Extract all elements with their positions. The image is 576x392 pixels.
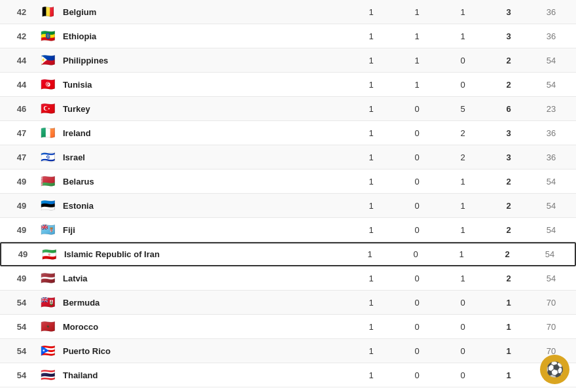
rank-cell: 49	[5, 177, 38, 187]
rank-cell: 49	[5, 225, 38, 235]
country-name: Ireland	[63, 128, 348, 138]
silver-cell: 0	[394, 370, 440, 380]
bronze-cell: 1	[440, 225, 486, 235]
bronze-cell: 1	[440, 274, 486, 283]
points-cell: 36	[531, 31, 571, 41]
rank-cell: 54	[5, 298, 38, 308]
silver-cell: 0	[394, 298, 440, 308]
country-name: Thailand	[63, 370, 348, 380]
gold-cell: 1	[348, 80, 394, 90]
silver-cell: 0	[393, 249, 439, 259]
table-row: 54 🇧🇲 Bermuda 1 0 0 1 70	[0, 291, 576, 315]
rank-cell: 49	[5, 201, 38, 211]
rank-cell: 54	[5, 346, 38, 356]
points-cell: 36	[531, 128, 571, 138]
bronze-cell: 0	[440, 56, 486, 65]
gold-cell: 1	[348, 177, 394, 187]
bronze-cell: 1	[440, 177, 486, 187]
table-row: 42 🇪🇹 Ethiopia 1 1 1 3 36	[0, 24, 576, 48]
points-cell: 54	[531, 225, 571, 235]
gold-cell: 1	[348, 322, 394, 332]
points-cell: 54	[531, 177, 571, 187]
country-name: Bermuda	[63, 298, 348, 308]
table-row: 46 🇹🇷 Turkey 1 0 5 6 23	[0, 97, 576, 121]
flag-icon: 🇧🇲	[38, 296, 58, 309]
gold-cell: 1	[347, 249, 393, 259]
points-cell: 54	[531, 201, 571, 211]
silver-cell: 1	[394, 31, 440, 41]
gold-cell: 1	[348, 274, 394, 283]
silver-cell: 0	[394, 104, 440, 114]
silver-cell: 0	[394, 128, 440, 138]
total-cell: 6	[486, 104, 531, 114]
table-row: 44 🇹🇳 Tunisia 1 1 0 2 54	[0, 73, 576, 97]
flag-icon: 🇵🇷	[38, 344, 58, 357]
bronze-cell: 1	[440, 201, 486, 211]
total-cell: 3	[486, 128, 531, 138]
flag-icon: 🇧🇾	[38, 175, 58, 188]
bronze-cell: 5	[440, 104, 486, 114]
rank-cell: 54	[5, 370, 38, 380]
total-cell: 2	[484, 249, 530, 259]
table-row: 54 🇲🇦 Morocco 1 0 0 1 70	[0, 315, 576, 339]
flag-icon: 🇮🇱	[38, 151, 58, 164]
table-row: 49 🇱🇻 Latvia 1 0 1 2 54	[0, 266, 576, 291]
table-row: 54 🇹🇭 Thailand 1 0 0 1 70	[0, 363, 576, 387]
table-row: 49 🇧🇾 Belarus 1 0 1 2 54	[0, 169, 576, 194]
total-cell: 2	[486, 225, 531, 235]
flag-icon: 🇫🇯	[38, 223, 58, 236]
table-row: 47 🇮🇱 Israel 1 0 2 3 36	[0, 145, 576, 169]
total-cell: 2	[486, 201, 531, 211]
country-name: Tunisia	[63, 80, 348, 90]
total-cell: 3	[486, 152, 531, 162]
bronze-cell: 2	[440, 128, 486, 138]
rank-cell: 54	[5, 322, 38, 332]
flag-icon: 🇮🇪	[38, 126, 58, 139]
points-cell: 36	[531, 152, 571, 162]
flag-icon: 🇪🇪	[38, 199, 58, 212]
points-cell: 54	[530, 249, 569, 259]
total-cell: 3	[486, 31, 531, 41]
silver-cell: 0	[394, 346, 440, 356]
country-name: Philippines	[63, 56, 348, 65]
flag-icon: 🇵🇭	[38, 54, 58, 67]
silver-cell: 0	[394, 201, 440, 211]
table-row: 42 🇧🇪 Belgium 1 1 1 3 36	[0, 0, 576, 24]
gold-cell: 1	[348, 31, 394, 41]
silver-cell: 0	[394, 152, 440, 162]
bronze-cell: 2	[440, 152, 486, 162]
rank-cell: 49	[5, 274, 38, 283]
bronze-cell: 0	[440, 80, 486, 90]
medals-table: 42 🇧🇪 Belgium 1 1 1 3 36 42 🇪🇹 Ethiopia …	[0, 0, 576, 387]
total-cell: 2	[486, 80, 531, 90]
country-name: Israel	[63, 152, 348, 162]
total-cell: 1	[486, 298, 531, 308]
gold-cell: 1	[348, 128, 394, 138]
points-cell: 70	[531, 346, 571, 356]
rank-cell: 46	[5, 104, 38, 114]
gold-cell: 1	[348, 201, 394, 211]
country-name: Morocco	[63, 322, 348, 332]
points-cell: 23	[531, 104, 571, 114]
silver-cell: 1	[394, 56, 440, 65]
rank-cell: 49	[7, 249, 39, 259]
gold-cell: 1	[348, 298, 394, 308]
total-cell: 2	[486, 274, 531, 283]
country-name: Estonia	[63, 201, 348, 211]
silver-cell: 1	[394, 80, 440, 90]
bronze-cell: 1	[440, 7, 486, 17]
country-name: Latvia	[63, 274, 348, 283]
total-cell: 2	[486, 56, 531, 65]
total-cell: 2	[486, 177, 531, 187]
gold-cell: 1	[348, 56, 394, 65]
table-row: 49 🇪🇪 Estonia 1 0 1 2 54	[0, 194, 576, 218]
watermark-logo: ⚽	[540, 355, 569, 384]
rank-cell: 44	[5, 56, 38, 65]
silver-cell: 1	[394, 7, 440, 17]
points-cell: 54	[531, 56, 571, 65]
country-name: Islamic Republic of Iran	[64, 249, 347, 259]
flag-icon: 🇹🇷	[38, 102, 58, 115]
flag-icon: 🇹🇳	[38, 78, 58, 91]
flag-icon: 🇧🇪	[38, 5, 58, 18]
gold-cell: 1	[348, 346, 394, 356]
